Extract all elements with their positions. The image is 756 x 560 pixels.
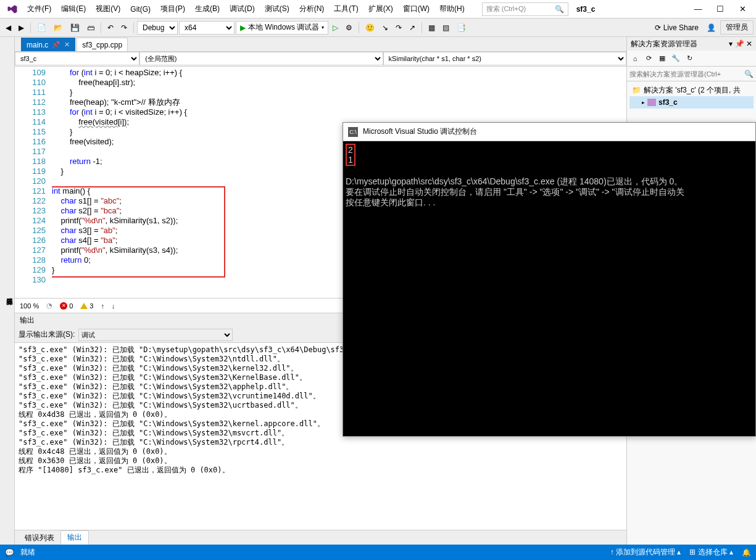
solution-root-label: 解决方案 'sf3_c' (2 个项目, 共 bbox=[644, 85, 741, 96]
editor-tabs: main.c 📌 ✕ sf3_cpp.cpp bbox=[15, 37, 626, 52]
sync-icon[interactable]: ⟳ bbox=[643, 53, 654, 64]
code-nav-bar: sf3_c (全局范围) kSimilarity(char * s1, char… bbox=[15, 52, 626, 67]
nav-scope-select[interactable]: (全局范围) bbox=[139, 52, 383, 65]
menu-file[interactable]: 文件(F) bbox=[22, 1, 56, 18]
menu-tools[interactable]: 工具(T) bbox=[329, 1, 363, 18]
menu-analyze[interactable]: 分析(N) bbox=[294, 1, 330, 18]
minimize-button[interactable]: — bbox=[687, 1, 709, 18]
nav-back-icon[interactable]: ◀ bbox=[2, 20, 14, 35]
tab-main-c[interactable]: main.c 📌 ✕ bbox=[21, 38, 75, 51]
config-select[interactable]: Debug bbox=[137, 21, 178, 35]
undo-icon[interactable]: ↶ bbox=[104, 20, 117, 35]
uncomment-icon[interactable]: ▤ bbox=[439, 20, 452, 35]
project-icon bbox=[647, 99, 656, 106]
home-icon[interactable]: ⌂ bbox=[629, 53, 641, 64]
menu-edit[interactable]: 编辑(E) bbox=[56, 1, 91, 18]
nav-down-icon[interactable]: ↓ bbox=[112, 302, 115, 310]
project-name-label: sf3_c bbox=[576, 5, 596, 14]
main-toolbar: ◀ ▶ 📄 📂 💾 🗃 ↶ ↷ Debug x64 ▶ 本地 Windows 调… bbox=[0, 19, 756, 37]
title-bar: 文件(F) 编辑(E) 视图(V) Git(G) 项目(P) 生成(B) 调试(… bbox=[0, 0, 756, 19]
menu-view[interactable]: 视图(V) bbox=[91, 1, 125, 18]
close-tab-icon[interactable]: ✕ bbox=[64, 41, 70, 49]
output-source-label: 显示输出来源(S): bbox=[19, 329, 75, 340]
platform-select[interactable]: x64 bbox=[179, 21, 235, 35]
feedback-icon[interactable]: 🙂 bbox=[362, 20, 378, 35]
tab-sf3-cpp[interactable]: sf3_cpp.cpp bbox=[77, 38, 128, 51]
account-icon[interactable]: 👤 bbox=[704, 20, 719, 35]
step-out-icon[interactable]: ↗ bbox=[406, 20, 418, 35]
step-over-icon[interactable]: ↷ bbox=[393, 20, 405, 35]
nav-project-select[interactable]: sf3_c bbox=[15, 52, 139, 65]
vs-logo-icon bbox=[6, 3, 19, 15]
menu-extensions[interactable]: 扩展(X) bbox=[363, 1, 398, 18]
menu-test[interactable]: 测试(S) bbox=[260, 1, 294, 18]
menu-debug[interactable]: 调试(D) bbox=[225, 1, 260, 18]
run-debug-label: 本地 Windows 调试器 bbox=[248, 22, 319, 33]
project-node[interactable]: ▸ sf3_c bbox=[629, 96, 754, 109]
status-ready: 就绪 bbox=[20, 547, 35, 558]
nav-member-select[interactable]: kSimilarity(char * s1, char * s2) bbox=[383, 52, 626, 65]
expand-icon[interactable]: ▸ bbox=[642, 99, 645, 105]
menu-window[interactable]: 窗口(W) bbox=[398, 1, 434, 18]
open-file-icon[interactable]: 📂 bbox=[51, 20, 66, 35]
console-title-text: Microsoft Visual Studio 调试控制台 bbox=[363, 126, 477, 137]
run-no-debug-icon[interactable]: ▷ bbox=[330, 20, 341, 35]
pin-panel-icon[interactable]: 📌 bbox=[735, 39, 744, 48]
bookmark-icon[interactable]: 📑 bbox=[454, 20, 469, 35]
close-panel-icon[interactable]: ✕ bbox=[746, 39, 752, 48]
redo-icon[interactable]: ↷ bbox=[118, 20, 130, 35]
tab-label: sf3_cpp.cpp bbox=[82, 41, 122, 49]
menu-git[interactable]: Git(G) bbox=[125, 1, 156, 18]
new-item-icon[interactable]: 📄 bbox=[34, 20, 49, 35]
console-output[interactable]: 2 1 D:\mysetup\gopath\src\dsy\sf3_c\x64\… bbox=[343, 141, 755, 436]
solution-root-node[interactable]: 📁 解决方案 'sf3_c' (2 个项目, 共 bbox=[629, 84, 754, 96]
save-all-icon[interactable]: 🗃 bbox=[84, 20, 98, 35]
maximize-button[interactable]: ☐ bbox=[709, 1, 731, 18]
comment-icon[interactable]: ▦ bbox=[425, 20, 438, 35]
save-icon[interactable]: 💾 bbox=[67, 20, 83, 35]
error-count[interactable]: ✕0 bbox=[60, 302, 73, 310]
solution-explorer-title: 解决方案资源管理器 bbox=[631, 39, 697, 49]
search-icon[interactable]: 🔍 bbox=[555, 5, 564, 14]
tab-label: main.c bbox=[27, 41, 48, 49]
status-chat-icon[interactable]: 💬 bbox=[5, 548, 14, 557]
debug-console-window[interactable]: C:\ Microsoft Visual Studio 调试控制台 2 1 D:… bbox=[343, 122, 756, 437]
solution-icon: 📁 bbox=[632, 86, 641, 94]
menu-help[interactable]: 帮助(H) bbox=[434, 1, 470, 18]
admin-button[interactable]: 管理员 bbox=[720, 20, 754, 35]
nav-forward-icon[interactable]: ▶ bbox=[15, 20, 27, 35]
live-share-label: Live Share bbox=[663, 23, 699, 32]
status-bar: 💬 就绪 ↑ 添加到源代码管理 ▴ ⊞ 选择仓库 ▴ 🔔 bbox=[0, 545, 756, 560]
menu-project[interactable]: 项目(P) bbox=[156, 1, 190, 18]
select-repo-button[interactable]: ⊞ 选择仓库 ▴ bbox=[689, 547, 733, 558]
nav-up-icon[interactable]: ↑ bbox=[101, 302, 104, 310]
search-icon[interactable]: 🔍 bbox=[744, 70, 754, 78]
menu-build[interactable]: 生成(B) bbox=[190, 1, 225, 18]
live-share-icon: ⟳ bbox=[655, 23, 661, 32]
line-number-gutter: 1091101111121131141151161171181191201211… bbox=[15, 67, 52, 298]
bottom-tabs: 错误列表 输出 bbox=[15, 530, 626, 545]
debug-settings-icon[interactable]: ⚙ bbox=[343, 20, 355, 35]
output-source-select[interactable]: 调试 bbox=[78, 329, 233, 341]
run-debug-button[interactable]: ▶ 本地 Windows 调试器 ▾ bbox=[236, 21, 328, 35]
warning-count[interactable]: 3 bbox=[80, 302, 93, 310]
step-into-icon[interactable]: ↘ bbox=[379, 20, 391, 35]
console-icon: C:\ bbox=[348, 127, 358, 137]
show-all-icon[interactable]: ▦ bbox=[657, 53, 668, 64]
refresh-icon[interactable]: ↻ bbox=[684, 53, 695, 64]
issue-icon[interactable]: ◔ bbox=[46, 302, 52, 310]
properties-icon[interactable]: 🔧 bbox=[670, 53, 681, 64]
close-button[interactable]: ✕ bbox=[731, 1, 754, 18]
tab-output[interactable]: 输出 bbox=[60, 530, 89, 545]
panel-options-icon[interactable]: ▾ bbox=[729, 39, 733, 48]
live-share-button[interactable]: ⟳ Live Share bbox=[651, 23, 702, 32]
zoom-level[interactable]: 100 % bbox=[20, 302, 39, 310]
pin-icon[interactable]: 📌 bbox=[52, 41, 60, 49]
console-titlebar[interactable]: C:\ Microsoft Visual Studio 调试控制台 bbox=[343, 123, 755, 141]
source-control-button[interactable]: ↑ 添加到源代码管理 ▴ bbox=[610, 547, 681, 558]
tab-error-list[interactable]: 错误列表 bbox=[19, 532, 60, 545]
solution-search-input[interactable] bbox=[629, 70, 744, 78]
left-dock[interactable]: 服务器资源 bbox=[0, 37, 15, 545]
play-icon: ▶ bbox=[240, 23, 246, 32]
notifications-icon[interactable]: 🔔 bbox=[742, 548, 751, 557]
